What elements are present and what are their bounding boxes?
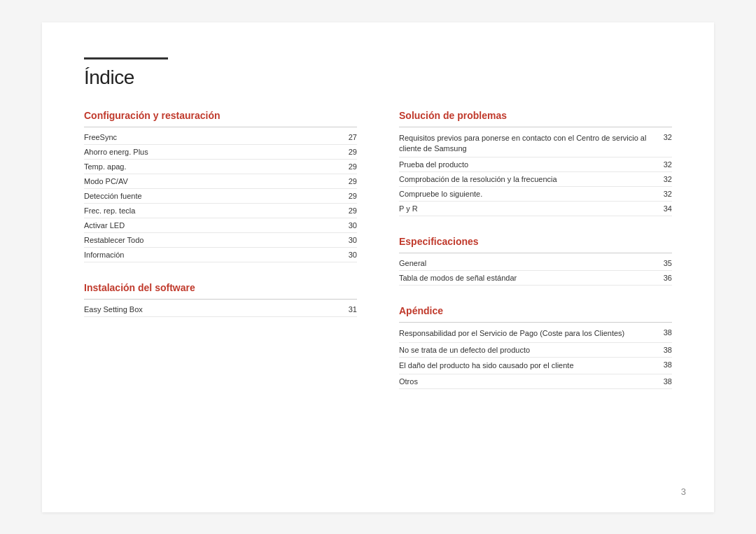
toc-item-easy-setting-box: Easy Setting Box 31 <box>84 302 357 317</box>
section-configuracion: Configuración y restauración FreeSync 27… <box>84 110 357 262</box>
toc-item: P y R 34 <box>399 202 672 216</box>
toc-item: Información 30 <box>84 248 357 262</box>
toc-item: Comprobación de la resolución y la frecu… <box>399 172 672 187</box>
toc-item: Requisitos previos para ponerse en conta… <box>399 130 672 158</box>
toc-item: El daño del producto ha sido causado por… <box>399 358 672 374</box>
toc-item: Modo PC/AV 29 <box>84 174 357 189</box>
title-bar <box>84 57 168 59</box>
section-divider-instalacion <box>84 299 357 300</box>
content-columns: Configuración y restauración FreeSync 27… <box>84 110 672 409</box>
toc-item: Temp. apag. 29 <box>84 160 357 174</box>
toc-item: No se trata de un defecto del producto 3… <box>399 343 672 358</box>
section-title-solucion: Solución de problemas <box>399 110 672 121</box>
toc-item: FreeSync 27 <box>84 130 357 145</box>
toc-item: Tabla de modos de señal estándar 36 <box>399 271 672 286</box>
section-divider-especificaciones <box>399 253 672 253</box>
toc-item: General 35 <box>399 256 672 271</box>
toc-item: Compruebe lo siguiente. 32 <box>399 187 672 202</box>
section-divider-apendice <box>399 322 672 323</box>
toc-item: Prueba del producto 32 <box>399 157 672 172</box>
section-apendice: Apéndice Responsabilidad por el Servicio… <box>399 305 672 389</box>
column-right: Solución de problemas Requisitos previos… <box>399 110 672 409</box>
toc-item: Responsabilidad por el Servicio de Pago … <box>399 325 672 342</box>
section-title-apendice: Apéndice <box>399 305 672 316</box>
toc-item: Frec. rep. tecla 29 <box>84 204 357 218</box>
page-container: Índice Configuración y restauración Free… <box>42 22 714 512</box>
section-especificaciones: Especificaciones General 35 Tabla de mod… <box>399 236 672 286</box>
section-title-configuracion: Configuración y restauración <box>84 110 357 121</box>
page-number: 3 <box>681 486 686 497</box>
column-left: Configuración y restauración FreeSync 27… <box>84 110 357 409</box>
page-title: Índice <box>84 66 672 89</box>
toc-item: Ahorro energ. Plus 29 <box>84 145 357 160</box>
toc-item: Otros 38 <box>399 374 672 389</box>
toc-item: Detección fuente 29 <box>84 189 357 204</box>
section-divider-solucion <box>399 127 672 127</box>
section-title-especificaciones: Especificaciones <box>399 236 672 247</box>
section-solucion: Solución de problemas Requisitos previos… <box>399 110 672 217</box>
section-divider-configuracion <box>84 127 357 127</box>
toc-item: Restablecer Todo 30 <box>84 233 357 248</box>
title-section: Índice <box>84 57 672 89</box>
toc-item: Activar LED 30 <box>84 218 357 233</box>
section-instalacion: Instalación del software Easy Setting Bo… <box>84 282 357 317</box>
section-title-instalacion: Instalación del software <box>84 282 357 293</box>
